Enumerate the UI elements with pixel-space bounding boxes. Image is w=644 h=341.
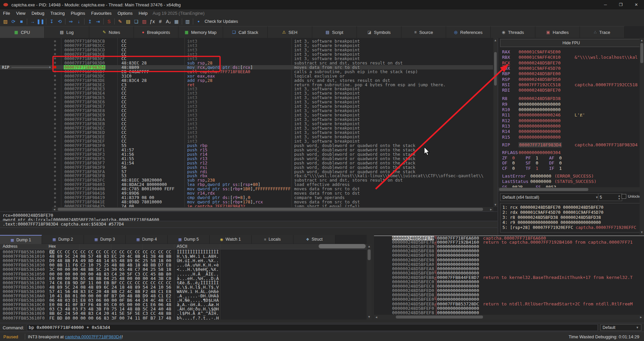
gutter-dot[interactable] bbox=[54, 84, 56, 86]
minimize-button[interactable]: ─ bbox=[598, 0, 613, 9]
hide-fpu-button[interactable]: Hide FPU bbox=[500, 39, 642, 47]
fastcall-arg-row[interactable]: 1: rcx 000000248D5BFE70 000000248D5BFE70 bbox=[502, 205, 603, 210]
gutter-dot[interactable] bbox=[54, 149, 56, 151]
register-row[interactable]: R140000000000000000 bbox=[498, 129, 644, 134]
disasm-row[interactable]: 00007FF718F983CFCCint3int 3, software br… bbox=[0, 56, 493, 61]
register-row[interactable]: R130000000000000000 bbox=[498, 124, 644, 129]
gutter-dot[interactable] bbox=[54, 57, 56, 59]
register-row[interactable]: R110000000000000246L'Ɇ' bbox=[498, 112, 644, 117]
label-icon[interactable]: ❏ bbox=[132, 17, 140, 26]
register-row[interactable]: RDI000000248D5BFE70 bbox=[498, 88, 644, 93]
dump-header-scroll-thumb[interactable] bbox=[319, 244, 366, 248]
breakpoint-address-link[interactable]: captcha.00007FF718F983D4 bbox=[65, 334, 122, 339]
register-row[interactable]: RBX000001C9AFF4C010&"\\\\wsl.localhost\\… bbox=[498, 55, 644, 60]
tab-references[interactable]: ◎References bbox=[446, 26, 491, 38]
stack-row[interactable]: 000000248D5BFEA00000000000000000 bbox=[374, 262, 644, 266]
gutter-dot[interactable] bbox=[54, 79, 56, 81]
tab-seh[interactable]: ⚠SEH bbox=[268, 26, 312, 38]
step-into-icon[interactable]: ↧ bbox=[48, 17, 56, 26]
stack-row[interactable]: 000000248D5BFEE0└0000000000000000 bbox=[374, 297, 644, 301]
fastcall-arg-row[interactable]: 2: rdx 000001C9AFF45D70 000001C9AFF45D70 bbox=[502, 210, 603, 215]
gutter-dot[interactable] bbox=[54, 140, 56, 142]
step-out-icon[interactable]: ↥ bbox=[86, 17, 94, 26]
register-row[interactable]: RFLAGS0000000000000304 bbox=[498, 150, 644, 155]
menu-favourites[interactable]: Favourites bbox=[88, 10, 115, 16]
tab-memory-map[interactable]: ▦Memory Map bbox=[178, 26, 223, 38]
gutter-dot[interactable] bbox=[54, 179, 56, 181]
tab-log[interactable]: ▤Log bbox=[45, 26, 89, 38]
gutter-dot[interactable] bbox=[54, 144, 56, 146]
gutter-dot[interactable] bbox=[54, 170, 56, 173]
gutter-dot[interactable] bbox=[54, 92, 56, 94]
tab-notes[interactable]: ✎Notes bbox=[89, 26, 134, 38]
gutter-dot[interactable] bbox=[54, 123, 56, 125]
gutter-dot[interactable] bbox=[54, 162, 56, 164]
gutter-dot[interactable] bbox=[54, 184, 56, 186]
disasm-row[interactable]: 00007FF718F983D048:83EC 28sub rsp,28subs… bbox=[0, 61, 493, 65]
stack-row[interactable]: 000000248D5BFEE8┌00007FFB853728DCreturn … bbox=[374, 302, 644, 306]
register-row[interactable]: RAX000001C9AFF45E00 bbox=[498, 49, 644, 54]
disasm-row[interactable]: 00007FF718F983CDCCint3int 3, software br… bbox=[0, 48, 493, 52]
gutter-dot[interactable] bbox=[54, 166, 56, 168]
open-folder-icon[interactable]: ▨ bbox=[1, 17, 9, 26]
register-row[interactable]: RSI00007FF7192CC518captcha.00007FF7192CC… bbox=[498, 82, 644, 87]
disasm-row[interactable]: 00007FF718F983F141:57push r15push word, … bbox=[0, 148, 493, 152]
maximize-button[interactable]: ❐ bbox=[613, 0, 629, 9]
stack-pane[interactable]: 000000248D5BFE70└00007FF718F6A600captcha… bbox=[374, 235, 644, 320]
gutter-dot[interactable] bbox=[54, 192, 56, 194]
disassembly-pane[interactable]: 00007FF718F983CBCCint3int 3, software br… bbox=[0, 38, 497, 211]
gutter-dot[interactable] bbox=[54, 175, 56, 177]
stack-row[interactable]: 000000248D5BFE980000000000000000 bbox=[374, 258, 644, 262]
register-row[interactable]: R100000000000000000 bbox=[498, 107, 644, 112]
gutter-dot[interactable] bbox=[54, 157, 56, 159]
tab-handles[interactable]: ▣Handles bbox=[535, 26, 580, 38]
stack-row[interactable]: 000000248D5BFEB0└0000000000000000 bbox=[374, 271, 644, 275]
gutter-dot[interactable] bbox=[54, 114, 56, 116]
stack-row[interactable]: 000000248D5BFEF00000000000000000 bbox=[374, 306, 644, 310]
stack-row[interactable]: 000000248D5BFEA80000000000000000 bbox=[374, 266, 644, 271]
dump-tab-watch-1[interactable]: ◉Watch 1 bbox=[210, 235, 252, 244]
command-script-select[interactable]: Default▼ bbox=[600, 324, 641, 331]
dump-tab-dump-1[interactable]: ▦Dump 1 bbox=[0, 235, 42, 244]
function-icon[interactable]: ƒx bbox=[148, 17, 156, 26]
tab-threads[interactable]: ◉Threads bbox=[491, 26, 535, 38]
register-row[interactable]: RSP000000248D5BFD50 bbox=[498, 77, 644, 82]
gutter-dot[interactable] bbox=[54, 53, 56, 55]
gutter-dot[interactable] bbox=[54, 75, 56, 77]
tab-call-stack[interactable]: ❏Call Stack bbox=[223, 26, 268, 38]
gutter-dot[interactable] bbox=[54, 136, 56, 138]
tab-script[interactable]: ▤Script bbox=[312, 26, 357, 38]
gutter-dot[interactable] bbox=[54, 110, 56, 112]
pause-icon[interactable]: ❚❚ bbox=[37, 17, 45, 26]
menu-plugins[interactable]: Plugins bbox=[68, 10, 88, 16]
register-row[interactable]: RDX000001C9AFF45D70 bbox=[498, 66, 644, 71]
disasm-row[interactable]: 00007FF718F983EECCint3int 3, software br… bbox=[0, 135, 493, 139]
dump-tab-locals[interactable]: ≡Locals bbox=[252, 235, 293, 244]
stop-icon[interactable]: ■ bbox=[17, 17, 25, 26]
gutter-dot[interactable] bbox=[54, 40, 56, 42]
step-over-icon[interactable]: ⇒ bbox=[67, 17, 75, 26]
arg-count-spinner[interactable]: 5▲▼ bbox=[598, 193, 622, 201]
tab-cpu[interactable]: ▦CPU bbox=[0, 26, 45, 38]
stack-row[interactable]: 000000248D5BFEF80000000000000000 bbox=[374, 310, 644, 315]
gutter-dot[interactable] bbox=[54, 88, 56, 90]
menu-tracing[interactable]: Tracing bbox=[47, 10, 68, 16]
regs-vscrollbar[interactable]: ▲ ▼ bbox=[640, 38, 644, 235]
seh-chain-icon[interactable]: S bbox=[105, 17, 113, 26]
register-row[interactable]: RIP00007FF718F983D4captcha.00007FF718F98… bbox=[498, 142, 644, 147]
disasm-vscrollbar[interactable]: ▲ ▼ bbox=[493, 38, 497, 207]
disasm-row[interactable]: 00007FF718F983F341:56push r14push word, … bbox=[0, 152, 493, 156]
restart-icon[interactable]: ⟳ bbox=[9, 17, 17, 26]
gutter-dot[interactable] bbox=[54, 127, 56, 129]
gutter-dot[interactable] bbox=[54, 97, 56, 99]
menu-debug[interactable]: Debug bbox=[29, 10, 47, 16]
registers-pane[interactable]: Hide FPU RAX000001C9AFF45E00RBX000001C9A… bbox=[498, 38, 644, 235]
disasm-row[interactable]: 00007FF718F983CECCint3int 3, software br… bbox=[0, 52, 493, 56]
gutter-dot[interactable] bbox=[54, 49, 56, 51]
gutter-dot[interactable] bbox=[54, 118, 56, 120]
patch-icon[interactable]: ✎ bbox=[116, 17, 124, 26]
tab-source[interactable]: ≡Source bbox=[401, 26, 446, 38]
comment-icon[interactable]: ▤ bbox=[124, 17, 132, 26]
tab-symbols[interactable]: ◪Symbols bbox=[357, 26, 401, 38]
gutter-dot[interactable] bbox=[54, 153, 56, 155]
